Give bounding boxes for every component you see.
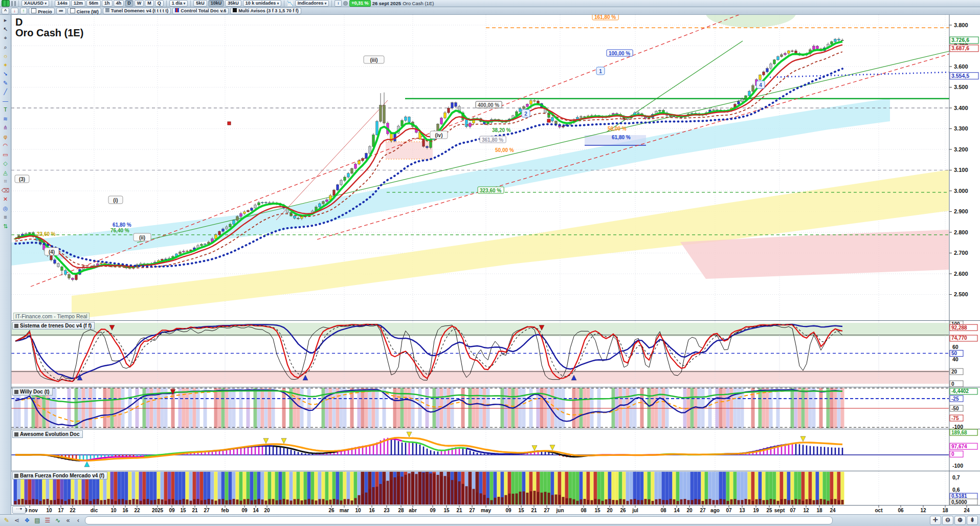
- svg-text:oct: oct: [875, 508, 883, 513]
- sun-icon[interactable]: ☼: [1, 52, 10, 61]
- wave-label[interactable]: 4: [756, 81, 765, 89]
- panel-header-1[interactable]: Sistema de trenes Doc v4 (f f): [12, 322, 95, 330]
- svg-text:(i): (i): [113, 198, 118, 203]
- arrow-draw-icon[interactable]: ➘: [1, 70, 10, 79]
- svg-text:76,40 %: 76,40 %: [110, 228, 129, 233]
- hline-icon[interactable]: ―: [1, 97, 10, 106]
- panel-header-2[interactable]: Willy Doc (t): [12, 388, 53, 396]
- wave-label[interactable]: 1: [596, 67, 605, 75]
- document-icon[interactable]: ▤: [33, 516, 42, 524]
- chat-icon[interactable]: ❖: [23, 516, 32, 524]
- crosshair-icon[interactable]: ⌖: [1, 34, 10, 43]
- wave-label[interactable]: (iv): [430, 131, 448, 139]
- text-icon[interactable]: T: [1, 105, 10, 115]
- svg-text:161,80 %: 161,80 %: [594, 14, 616, 20]
- timeframe-button-m[interactable]: M: [145, 0, 154, 7]
- trendline-icon[interactable]: ╱: [1, 87, 10, 97]
- zoom-icon[interactable]: ⌕: [1, 43, 10, 52]
- pan-icon[interactable]: ✛: [930, 516, 941, 525]
- timeframe-button-q[interactable]: Q: [155, 0, 164, 7]
- collapse-button[interactable]: ^: [2, 8, 9, 14]
- timeframe-button-144s[interactable]: 144s: [55, 0, 70, 7]
- zoom-in-icon[interactable]: ⊕: [954, 516, 966, 525]
- indicators-dropdown[interactable]: Indicadores ▾: [295, 0, 329, 7]
- notes-pencil-icon[interactable]: ✎: [2, 516, 11, 524]
- pencil-icon[interactable]: ✎: [1, 79, 10, 88]
- buy-arrow-button[interactable]: ↑: [20, 8, 28, 14]
- timeframe-button-56m[interactable]: 56m: [86, 0, 101, 7]
- wave-label[interactable]: (ii): [133, 233, 151, 241]
- diamond-icon[interactable]: ◇: [1, 159, 10, 168]
- panel-barra-fuerza[interactable]: [14, 472, 844, 505]
- svg-text:18: 18: [942, 508, 948, 513]
- timeframe-button-w[interactable]: W: [135, 0, 144, 7]
- indicator-list-icon[interactable]: ☰: [43, 516, 52, 524]
- alert-marker[interactable]: [547, 119, 550, 122]
- overlay-toggle-3[interactable]: Tunel Domenec v4 (t t t t t): [103, 8, 171, 14]
- timeframe-button-4h[interactable]: 4h: [114, 0, 124, 7]
- svg-text:2.900: 2.900: [954, 208, 968, 214]
- unit-button-10ku[interactable]: 10kU: [208, 0, 225, 7]
- zoom-out-icon[interactable]: ⊖: [942, 516, 953, 525]
- period-dropdown[interactable]: 1 día ▾: [169, 0, 188, 7]
- date-axis-options-button[interactable]: ⋯▾: [12, 506, 26, 514]
- info-button[interactable]: i: [335, 0, 342, 7]
- panel-header-4[interactable]: Barra Fuerza Fondo Mercado v4 (f): [12, 472, 107, 479]
- legend-list-button[interactable]: ≔: [56, 8, 66, 14]
- eraser-icon[interactable]: ⌫: [1, 186, 10, 195]
- swap-icon[interactable]: ⇅: [1, 222, 10, 231]
- overlay-toggle-4[interactable]: Control Total Doc v.6: [172, 8, 229, 14]
- timeframe-button-1h[interactable]: 1h: [102, 0, 113, 7]
- sell-arrow-button[interactable]: ↓: [11, 8, 18, 14]
- panel-willy[interactable]: [11, 388, 949, 428]
- chart-canvas[interactable]: 161,80 %100,00 %400,00 %50,00 %61,80 %38…: [0, 0, 980, 526]
- delete-icon[interactable]: ✕: [1, 195, 10, 204]
- overlay-toggle-2[interactable]: Cierre (W): [68, 8, 101, 14]
- pitchfork-icon[interactable]: ⋔: [1, 123, 10, 133]
- units-dropdown[interactable]: 10 k unidades ▾: [243, 0, 282, 7]
- app-logo-icon[interactable]: [2, 0, 10, 7]
- axis-value-box: 3.687,6: [950, 45, 978, 52]
- wave-label[interactable]: (iii): [364, 56, 384, 63]
- svg-text:26: 26: [328, 508, 335, 513]
- fibonacci-icon[interactable]: φ: [1, 133, 10, 142]
- panel-header-3[interactable]: Awesome Evolution Doc: [12, 430, 83, 438]
- share-icon[interactable]: ⋖: [12, 516, 21, 524]
- status-dot: [343, 1, 348, 6]
- message-input[interactable]: [85, 516, 833, 524]
- triangle-icon[interactable]: ◬: [1, 168, 10, 178]
- svg-text:dic: dic: [91, 508, 98, 513]
- collapse-icon[interactable]: ▸: [1, 16, 10, 25]
- svg-text:jul: jul: [632, 508, 638, 513]
- wave-label[interactable]: 2: [522, 109, 530, 117]
- overlay-toggle-1[interactable]: Precio: [29, 8, 55, 14]
- svg-text:3.687,6: 3.687,6: [951, 45, 969, 51]
- unit-button-35ku[interactable]: 35kU: [225, 0, 241, 7]
- wave-label[interactable]: (4): [44, 248, 59, 255]
- star-icon[interactable]: ✶: [1, 61, 10, 70]
- overlay-toggle-5[interactable]: Multi Avisos (3 f 3 1,5 70 f f): [230, 8, 301, 14]
- symbol-dropdown[interactable]: XAUUSD ▾: [21, 0, 49, 7]
- timeframe-button-12m[interactable]: 12m: [71, 0, 85, 7]
- change-badge: +0,31 %: [349, 0, 370, 7]
- target-icon[interactable]: ◎: [1, 204, 10, 213]
- pointer-icon[interactable]: ↖: [1, 25, 10, 34]
- svg-text:323,60 %: 323,60 %: [480, 188, 501, 193]
- arc-icon[interactable]: ◠: [1, 141, 10, 150]
- timeframe-button-d[interactable]: D: [125, 0, 133, 7]
- rect-icon[interactable]: ▭: [1, 150, 10, 160]
- wave-label[interactable]: (i): [108, 196, 123, 204]
- indicators-chart-icon: 📉: [287, 1, 293, 6]
- svg-text:3.400: 3.400: [954, 105, 968, 111]
- grid-icon[interactable]: ⌗: [1, 177, 10, 186]
- channel-icon[interactable]: ≋: [1, 115, 10, 124]
- alert-marker[interactable]: [228, 122, 231, 125]
- mini-chart-icon[interactable]: ∿: [53, 516, 62, 524]
- chevron-icon[interactable]: ‹: [74, 516, 83, 524]
- list-icon[interactable]: ≡: [1, 213, 10, 222]
- unit-button-5ku[interactable]: 5kU: [193, 0, 207, 7]
- pause-icon[interactable]: [11, 1, 16, 6]
- autoscroll-icon[interactable]: ⇟: [967, 516, 978, 525]
- wave-label[interactable]: (3): [15, 175, 29, 183]
- chevrons-icon[interactable]: «: [63, 516, 73, 524]
